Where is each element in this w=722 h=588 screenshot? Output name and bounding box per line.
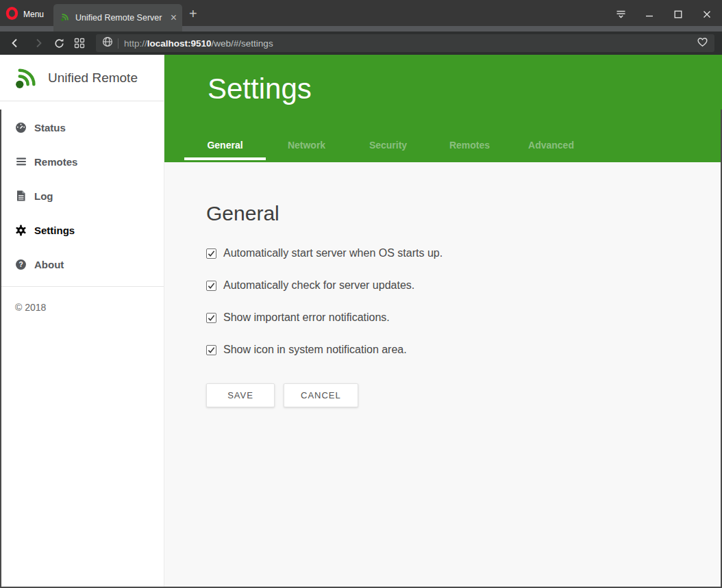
back-button-icon[interactable] xyxy=(10,38,21,49)
option-label[interactable]: Automatically start server when OS start… xyxy=(223,247,443,259)
opera-menu-button[interactable]: Menu xyxy=(5,5,44,24)
page-content: General Automatically start server when … xyxy=(164,162,722,407)
sidebar-item-label: Status xyxy=(34,122,66,133)
sidebar-item-label: Log xyxy=(34,190,53,202)
new-tab-button[interactable]: + xyxy=(189,6,197,22)
brand: Unified Remote xyxy=(0,55,164,101)
svg-text:?: ? xyxy=(18,261,23,268)
option-tray-icon[interactable]: Show icon in system notification area. xyxy=(206,342,722,358)
option-label[interactable]: Automatically check for server updates. xyxy=(223,279,414,292)
file-icon xyxy=(15,190,27,202)
list-icon xyxy=(15,156,27,168)
menu-button-label: Menu xyxy=(23,10,44,19)
cancel-button[interactable]: CANCEL xyxy=(284,383,358,407)
tab-title: Unified Remote Server xyxy=(75,13,166,23)
bookmark-heart-icon[interactable] xyxy=(697,36,708,50)
checkbox-tray-icon[interactable] xyxy=(206,345,216,355)
site-globe-icon xyxy=(102,36,113,50)
app-main: Unified Remote Status Remotes xyxy=(0,55,722,588)
sidebar-item-remotes[interactable]: Remotes xyxy=(0,144,164,179)
sidebar-item-status[interactable]: Status xyxy=(0,110,164,144)
option-autostart[interactable]: Automatically start server when OS start… xyxy=(206,245,722,261)
question-circle-icon: ? xyxy=(15,259,27,270)
option-label[interactable]: Show icon in system notification area. xyxy=(223,344,407,356)
settings-tabs: General Network Security Remotes Advance… xyxy=(184,140,592,162)
url-scheme: http:// xyxy=(124,38,147,49)
tachometer-icon xyxy=(15,122,27,133)
sidebar-item-settings[interactable]: Settings xyxy=(0,213,164,247)
sidebar-item-label: About xyxy=(34,259,64,270)
sidebar-nav: Status Remotes Log xyxy=(0,101,164,281)
url-path: /web/#/settings xyxy=(212,38,273,49)
settings-page: Settings General Network Security Remote… xyxy=(164,55,722,588)
sidebar-item-about[interactable]: ? About xyxy=(0,247,164,281)
tab-network[interactable]: Network xyxy=(266,140,347,160)
sidebar: Unified Remote Status Remotes xyxy=(0,55,164,588)
save-button[interactable]: SAVE xyxy=(206,383,275,407)
browser-tab-bar: Menu Unified Remote Server × + xyxy=(0,0,722,31)
sidebar-item-label: Settings xyxy=(34,225,75,236)
tab-security[interactable]: Security xyxy=(347,140,429,160)
opera-logo-icon xyxy=(5,7,18,22)
option-label[interactable]: Show important error notifications. xyxy=(223,311,390,324)
tab-advanced[interactable]: Advanced xyxy=(510,140,592,160)
sidebar-item-log[interactable]: Log xyxy=(0,179,164,213)
browser-toolbar: http://localhost:9510/web/#/settings xyxy=(0,31,722,55)
speed-dial-icon[interactable] xyxy=(74,38,85,49)
checkbox-error-notifications[interactable] xyxy=(206,313,216,323)
address-bar[interactable]: http://localhost:9510/web/#/settings xyxy=(96,34,714,52)
options-list: Automatically start server when OS start… xyxy=(206,245,722,358)
brand-name: Unified Remote xyxy=(48,71,138,86)
page-title: Settings xyxy=(208,73,312,105)
option-autoupdate[interactable]: Automatically check for server updates. xyxy=(206,277,722,294)
page-header: Settings General Network Security Remote… xyxy=(164,55,722,162)
url-text: http://localhost:9510/web/#/settings xyxy=(124,38,697,49)
tab-remotes[interactable]: Remotes xyxy=(429,140,510,160)
url-separator xyxy=(118,38,119,49)
forward-button-icon[interactable] xyxy=(33,38,44,49)
close-window-button[interactable] xyxy=(701,9,712,20)
unified-remote-logo-icon xyxy=(14,63,41,93)
gear-icon xyxy=(15,225,27,236)
copyright-text: © 2018 xyxy=(0,287,164,313)
tab-general[interactable]: General xyxy=(184,140,266,160)
maximize-button[interactable] xyxy=(673,9,684,20)
browser-window: Menu Unified Remote Server × + xyxy=(0,0,722,588)
browser-tab[interactable]: Unified Remote Server × xyxy=(53,4,182,31)
option-error-notifications[interactable]: Show important error notifications. xyxy=(206,309,722,326)
tab-menu-icon[interactable] xyxy=(615,9,626,20)
checkbox-autoupdate[interactable] xyxy=(206,281,216,291)
minimize-button[interactable] xyxy=(644,9,655,20)
reload-icon[interactable] xyxy=(53,38,64,49)
sidebar-item-label: Remotes xyxy=(34,156,77,168)
window-border-left xyxy=(0,110,1,588)
section-heading: General xyxy=(206,202,722,225)
tab-close-icon[interactable]: × xyxy=(171,13,177,23)
checkbox-autostart[interactable] xyxy=(206,248,216,259)
actions-row: SAVE CANCEL xyxy=(206,383,722,407)
url-host: localhost:9510 xyxy=(147,38,212,49)
tab-favicon-wifi-icon xyxy=(60,12,71,24)
